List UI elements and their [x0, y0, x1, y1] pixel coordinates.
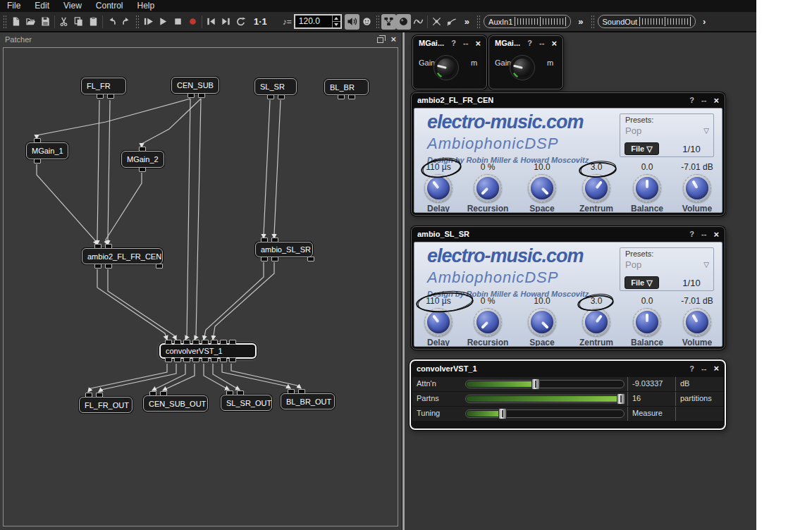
input-port[interactable]	[220, 340, 227, 345]
undo-button[interactable]	[104, 14, 119, 30]
menu-edit[interactable]: Edit	[27, 0, 56, 12]
input-port[interactable]	[34, 138, 41, 143]
input-port[interactable]	[271, 238, 278, 242]
knob-control[interactable]	[528, 174, 556, 202]
menu-control[interactable]: Control	[89, 0, 130, 12]
collapse-button[interactable]: --	[463, 39, 468, 47]
input-port[interactable]	[237, 390, 244, 395]
menu-view[interactable]: View	[56, 0, 89, 12]
toolbar-drag-handle[interactable]	[3, 15, 7, 29]
convolver-window[interactable]: convolverVST_1?--×Attn'n-9.03337dBPartns…	[410, 359, 726, 430]
help-button[interactable]: ?	[527, 39, 532, 47]
param-slider[interactable]	[465, 395, 625, 403]
output-port[interactable]	[261, 257, 268, 261]
collapse-button[interactable]: --	[701, 96, 706, 104]
input-port[interactable]	[226, 390, 233, 395]
cut-button[interactable]	[56, 14, 71, 30]
help-button[interactable]: ?	[689, 96, 694, 104]
input-port[interactable]	[94, 244, 102, 249]
copy-button[interactable]	[71, 14, 86, 30]
save-button[interactable]	[38, 14, 53, 30]
close-button[interactable]: ×	[551, 38, 557, 49]
loop-button[interactable]	[233, 14, 248, 30]
automation-view-button[interactable]	[411, 14, 426, 30]
help-button[interactable]: ?	[689, 364, 694, 373]
output-port[interactable]	[338, 94, 345, 99]
ambio-titlebar[interactable]: ambio_SL_SR?--×	[412, 227, 725, 241]
patch-node-convolvervst_1[interactable]: convolverVST_1	[159, 343, 257, 359]
output-port[interactable]	[183, 357, 190, 362]
mgain-window-2[interactable]: MGai...?--×Gain: m	[488, 35, 563, 90]
convolver-titlebar[interactable]: convolverVST_1?--×	[411, 361, 725, 376]
mgain-titlebar[interactable]: MGai...?--×	[489, 36, 562, 50]
patch-node-cen_sub[interactable]: CEN_SUB	[171, 77, 219, 94]
param-slider[interactable]	[465, 380, 625, 388]
patch-node-sl_sr_out[interactable]: SL_SR_OUT	[221, 395, 272, 411]
next-button[interactable]	[219, 14, 233, 30]
collapse-button[interactable]: --	[701, 364, 706, 373]
input-port[interactable]	[165, 340, 172, 345]
ball-curve-button[interactable]	[444, 14, 459, 30]
output-port[interactable]	[97, 94, 104, 99]
output-port[interactable]	[229, 357, 236, 362]
output-port[interactable]	[165, 357, 172, 362]
preset-select[interactable]: Pop	[625, 259, 641, 270]
mgain-titlebar[interactable]: MGai...?--×	[413, 36, 486, 50]
collapse-button[interactable]: --	[539, 39, 544, 47]
output-port[interactable]	[307, 257, 314, 261]
output-port[interactable]	[348, 94, 355, 99]
patch-node-sl_sr[interactable]: SL_SR	[254, 78, 297, 95]
toolbar-drag-handle[interactable]	[135, 15, 140, 29]
input-port[interactable]	[183, 340, 190, 345]
paste-button[interactable]	[86, 14, 101, 30]
patch-node-bl_br_out[interactable]: BL_BR_OUT	[281, 393, 335, 409]
patch-node-mgain_1[interactable]: MGain_1	[26, 142, 68, 159]
tempo-spinner[interactable]	[332, 16, 340, 27]
patch-node-cen_sub_out[interactable]: CEN_SUB_OUT	[143, 395, 208, 412]
close-button[interactable]: ×	[475, 38, 481, 49]
io-meter-auxin1[interactable]: AuxIn1	[484, 15, 571, 28]
knob-control[interactable]	[424, 308, 453, 336]
input-port[interactable]	[174, 340, 181, 345]
input-port[interactable]	[149, 391, 156, 396]
file-menu-button[interactable]: File ▽	[625, 142, 659, 155]
output-port[interactable]	[220, 357, 227, 362]
close-button[interactable]: ×	[713, 95, 719, 106]
file-menu-button[interactable]: File ▽	[625, 276, 659, 289]
knob-control[interactable]	[683, 174, 711, 202]
knob-control[interactable]	[633, 174, 661, 202]
output-port[interactable]	[267, 94, 274, 99]
gain-knob[interactable]	[509, 54, 536, 84]
input-port[interactable]	[96, 393, 103, 398]
ambio-window-1[interactable]: ambio2_FL_FR_CEN?--×electro-music.comAmb…	[411, 92, 725, 216]
tempo-field[interactable]: 120.0	[294, 14, 342, 29]
output-port[interactable]	[278, 94, 285, 99]
spinner-down-icon[interactable]	[333, 21, 340, 27]
output-port[interactable]	[156, 264, 163, 269]
output-port[interactable]	[192, 357, 199, 362]
close-button[interactable]: ×	[713, 229, 719, 240]
close-button[interactable]: ×	[713, 363, 719, 374]
patch-node-bl_br[interactable]: BL_BR	[324, 79, 369, 95]
toolbar-drag-handle[interactable]	[476, 15, 481, 29]
help-button[interactable]: ?	[451, 39, 456, 47]
input-port[interactable]	[192, 340, 199, 345]
input-port[interactable]	[211, 340, 218, 345]
input-port[interactable]	[288, 389, 295, 394]
contact-button[interactable]	[359, 14, 374, 30]
patch-node-mgain_2[interactable]: MGain_2	[121, 151, 164, 168]
patch-node-fl_fr_out[interactable]: FL_FR_OUT	[79, 397, 133, 413]
explode-button[interactable]	[429, 14, 444, 30]
collapse-button[interactable]: --	[701, 230, 706, 238]
output-port[interactable]	[94, 264, 102, 269]
output-port[interactable]	[198, 93, 205, 98]
toolbar-drag-handle[interactable]	[376, 15, 380, 29]
input-port[interactable]	[139, 147, 146, 152]
output-port[interactable]	[105, 264, 112, 269]
speaker-button[interactable]	[345, 14, 359, 30]
knob-control[interactable]	[683, 308, 711, 336]
redo-button[interactable]	[119, 14, 134, 30]
output-port[interactable]	[187, 93, 195, 98]
spinner-up-icon[interactable]	[333, 16, 340, 21]
slider-handle[interactable]	[498, 408, 507, 419]
